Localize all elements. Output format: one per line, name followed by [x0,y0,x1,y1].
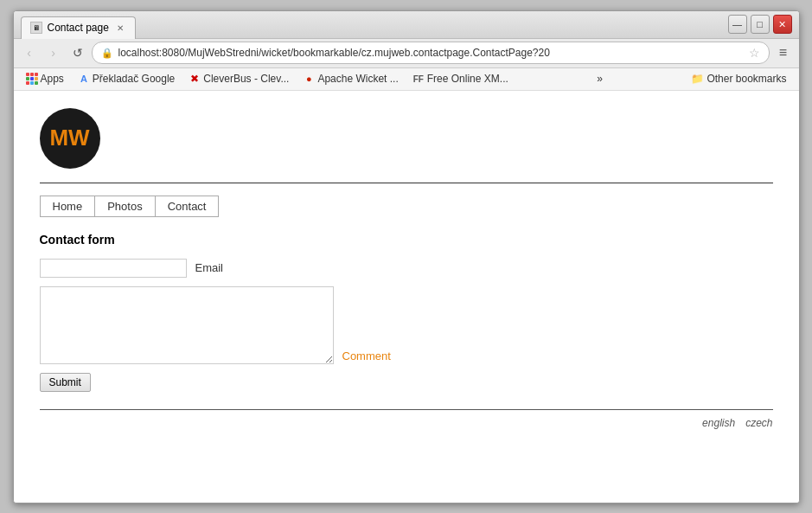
other-bookmarks-label: Other bookmarks [707,73,786,85]
address-bar[interactable]: 🔒 ☆ [92,42,770,64]
bookmark-xmlm[interactable]: FF Free Online XM... [407,71,514,87]
nav-tab-photos[interactable]: Photos [95,196,155,217]
email-label: Email [195,261,224,274]
comment-row: Comment [40,286,773,364]
title-bar: 🖥 Contact page ✕ — □ ✕ [14,11,799,39]
comment-textarea[interactable] [40,286,334,364]
cleverbus-icon: ✖ [189,73,201,85]
wicket-icon: ● [303,73,315,85]
nav-tabs: Home Photos Contact [40,196,773,217]
logo-text: MW [49,125,89,151]
bookmark-prekladac[interactable]: A Překladač Google [73,71,180,87]
nav-bar: ‹ › ↺ 🔒 ☆ ≡ [14,39,799,68]
bookmark-wicket-label: Apache Wicket ... [317,73,398,85]
nav-tab-home[interactable]: Home [40,196,96,217]
tab-area: 🖥 Contact page ✕ [14,11,721,38]
folder-icon: 📁 [691,73,704,85]
form-title: Contact form [40,233,773,247]
other-bookmarks[interactable]: 📁 Other bookmarks [686,71,791,87]
bookmarks-bar: Apps A Překladač Google ✖ CleverBus - Cl… [14,68,799,91]
page-footer: english czech [40,417,773,429]
back-button[interactable]: ‹ [19,42,40,63]
bookmark-star-icon[interactable]: ☆ [749,46,760,60]
tab-title: Contact page [48,22,109,34]
bookmark-cleverbus-label: CleverBus - Clev... [203,73,289,85]
bookmark-apps[interactable]: Apps [21,71,69,87]
secure-icon: 🔒 [101,48,113,59]
nav-tab-contact[interactable]: Contact [156,196,220,217]
bookmark-apps-label: Apps [41,73,64,85]
reload-button[interactable]: ↺ [67,42,88,63]
tab-favicon: 🖥 [30,22,42,34]
bookmark-xmlm-label: Free Online XM... [427,73,508,85]
browser-window: 🖥 Contact page ✕ — □ ✕ ‹ › ↺ 🔒 ☆ ≡ [13,10,800,503]
footer-divider [40,409,773,410]
submit-button[interactable]: Submit [40,373,91,392]
maximize-button[interactable]: □ [751,15,770,34]
bookmarks-more-button[interactable]: » [591,71,608,87]
close-button[interactable]: ✕ [773,15,792,34]
active-tab[interactable]: 🖥 Contact page ✕ [21,16,136,39]
header-divider [40,183,773,183]
xml-icon: FF [412,73,425,85]
bookmark-wicket[interactable]: ● Apache Wicket ... [297,71,403,87]
browser-menu-button[interactable]: ≡ [773,42,794,63]
lang-english-link[interactable]: english [702,417,735,429]
forward-button[interactable]: › [43,42,64,63]
logo-area: MW [40,108,773,169]
window-controls: — □ ✕ [721,11,799,38]
minimize-button[interactable]: — [728,15,747,34]
comment-label: Comment [342,349,391,362]
tab-close-button[interactable]: ✕ [114,22,126,34]
new-tab-button[interactable] [136,19,160,38]
email-row: Email [40,259,773,278]
bookmark-prekladac-label: Překladač Google [93,73,175,85]
lang-czech-link[interactable]: czech [745,417,772,429]
page-content: MW Home Photos Contact Contact form Emai… [14,91,799,503]
translate-icon: A [78,73,90,85]
email-input[interactable] [40,259,187,278]
apps-icon [26,73,38,85]
logo-circle: MW [40,108,100,169]
bookmark-cleverbus[interactable]: ✖ CleverBus - Clev... [183,71,294,87]
url-input[interactable] [118,47,744,59]
submit-row: Submit [40,373,773,392]
